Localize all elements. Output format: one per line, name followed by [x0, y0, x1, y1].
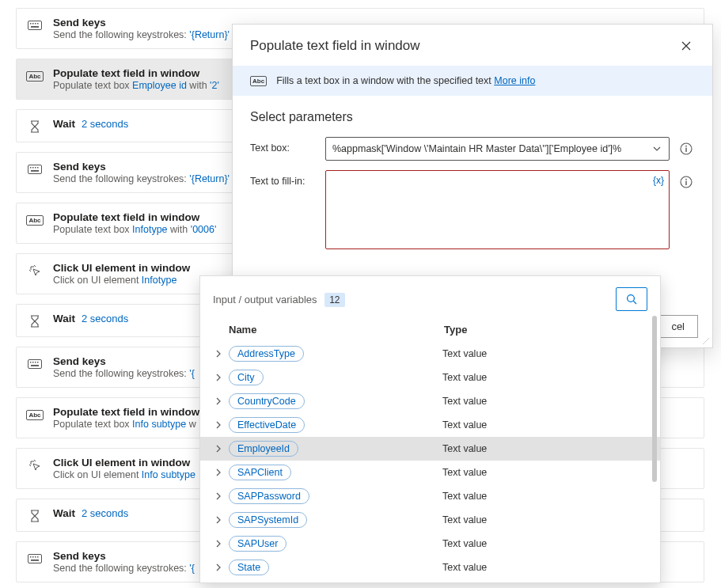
io-variables-label: Input / output variables 12 — [213, 294, 345, 305]
chevron-right-icon[interactable] — [210, 464, 227, 481]
abc-icon: Abc — [28, 408, 42, 422]
svg-rect-0 — [28, 21, 42, 30]
variable-chip[interactable]: SAPUser — [229, 536, 287, 552]
resize-grip-icon[interactable] — [703, 338, 711, 346]
variable-row[interactable]: CityText value — [200, 366, 660, 389]
action-link: Infotype — [132, 224, 167, 235]
svg-point-30 — [628, 295, 635, 302]
action-link: Info subtype — [142, 469, 195, 480]
variable-row[interactable]: SAPPasswordText value — [200, 484, 660, 508]
variable-type-cell: Text value — [442, 348, 647, 359]
variable-row[interactable]: SAPClientText value — [200, 461, 660, 484]
svg-point-25 — [685, 146, 687, 147]
chevron-right-icon[interactable] — [210, 345, 227, 362]
action-link: '{Return}' — [189, 29, 230, 40]
variable-type-cell: Text value — [442, 467, 647, 478]
variable-chip[interactable]: EffectiveDate — [229, 417, 305, 433]
wait-value: 2 seconds — [82, 118, 128, 130]
variable-row[interactable]: EffectiveDateText value — [200, 413, 660, 437]
action-link: Info subtype — [132, 419, 186, 430]
svg-rect-14 — [32, 362, 34, 363]
variable-row[interactable]: CountryCodeText value — [200, 389, 660, 413]
action-link: '2' — [210, 80, 219, 91]
more-info-link[interactable]: More info — [494, 75, 535, 86]
text-box-selector[interactable]: %appmask['Window \'Maintain HR Master Da… — [325, 137, 670, 161]
svg-rect-5 — [31, 26, 39, 28]
svg-rect-20 — [32, 556, 34, 558]
search-button[interactable] — [616, 287, 647, 311]
variable-type-cell: Text value — [442, 514, 647, 525]
variable-name-cell: AddressType — [227, 346, 442, 362]
param-label-text-fill: Text to fill-in: — [250, 170, 317, 187]
variable-chip[interactable]: AddressType — [229, 346, 304, 362]
variable-chip[interactable]: EmployeeId — [229, 441, 298, 457]
close-icon[interactable] — [677, 37, 695, 55]
wait-icon — [28, 314, 42, 328]
variable-type-cell: Text value — [442, 562, 647, 573]
svg-line-31 — [633, 301, 636, 304]
svg-rect-3 — [35, 23, 36, 25]
svg-rect-7 — [30, 167, 32, 169]
variable-type-cell: Text value — [442, 419, 647, 431]
variable-chip[interactable]: CountryCode — [229, 393, 305, 409]
popover-header: Input / output variables 12 — [200, 276, 660, 319]
info-icon[interactable] — [677, 140, 695, 157]
variable-count-badge: 12 — [324, 293, 344, 307]
action-link: '{Return}' — [189, 173, 230, 184]
variable-chip[interactable]: SAPClient — [229, 465, 291, 480]
wait-icon — [28, 119, 42, 134]
chevron-right-icon[interactable] — [210, 393, 227, 410]
svg-rect-23 — [31, 560, 39, 561]
scrollbar[interactable] — [652, 316, 657, 482]
chevron-right-icon[interactable] — [210, 487, 227, 505]
variable-name-cell: State — [227, 560, 442, 575]
variable-row[interactable]: AddressTypeText value — [200, 342, 660, 366]
chevron-right-icon[interactable] — [210, 511, 227, 529]
fx-icon[interactable]: {x} — [653, 175, 664, 186]
variable-row[interactable]: SAPUserText value — [200, 532, 660, 556]
wait-value: 2 seconds — [82, 507, 128, 519]
text-box-value: %appmask['Window \'Maintain HR Master Da… — [332, 143, 621, 154]
svg-rect-26 — [685, 148, 686, 152]
variable-chip[interactable]: SAPSystemId — [229, 512, 307, 528]
variable-picker-popover: Input / output variables 12 Name Type Ad… — [199, 275, 661, 583]
chevron-right-icon[interactable] — [210, 416, 227, 434]
abc-icon: Abc — [28, 69, 42, 83]
variable-chip[interactable]: City — [229, 370, 264, 385]
variable-chip[interactable]: State — [229, 560, 269, 575]
wait-value: 2 seconds — [82, 313, 128, 324]
param-text-box: Text box: %appmask['Window \'Maintain HR… — [233, 132, 712, 165]
text-to-fill-input[interactable]: {x} — [325, 170, 670, 249]
variable-name-cell: CountryCode — [227, 393, 442, 409]
chevron-right-icon[interactable] — [210, 559, 227, 576]
chevron-right-icon[interactable] — [210, 440, 227, 457]
svg-rect-15 — [35, 362, 36, 363]
cancel-button[interactable]: cel — [658, 315, 698, 338]
svg-rect-6 — [28, 165, 42, 174]
variable-name-cell: EmployeeId — [227, 441, 442, 457]
variable-chip[interactable]: SAPPassword — [229, 488, 309, 504]
svg-rect-10 — [37, 167, 39, 169]
action-link: '{ — [189, 368, 195, 379]
variable-type-cell: Text value — [442, 396, 647, 407]
svg-rect-17 — [31, 365, 39, 366]
svg-rect-13 — [30, 362, 32, 363]
variable-name-cell: SAPSystemId — [227, 512, 442, 528]
svg-rect-22 — [37, 556, 39, 558]
dialog-header: Populate text field in window — [233, 25, 712, 66]
variable-row[interactable]: EmployeeIdText value — [200, 437, 660, 461]
chevron-right-icon[interactable] — [210, 369, 227, 386]
variable-table-header: Name Type — [200, 319, 660, 342]
svg-point-28 — [685, 179, 687, 180]
variable-row[interactable]: SAPSystemIdText value — [200, 508, 660, 532]
chevron-right-icon[interactable] — [210, 535, 227, 552]
dialog-title: Populate text field in window — [250, 38, 420, 54]
click-icon — [28, 458, 42, 472]
variable-name-cell: EffectiveDate — [227, 417, 442, 433]
info-icon[interactable] — [677, 173, 695, 191]
variable-row[interactable]: StateText value — [200, 556, 660, 579]
abc-icon: Abc — [250, 76, 267, 86]
action-link: '{ — [189, 563, 195, 574]
chevron-down-icon[interactable] — [651, 143, 662, 154]
svg-rect-19 — [30, 556, 32, 558]
